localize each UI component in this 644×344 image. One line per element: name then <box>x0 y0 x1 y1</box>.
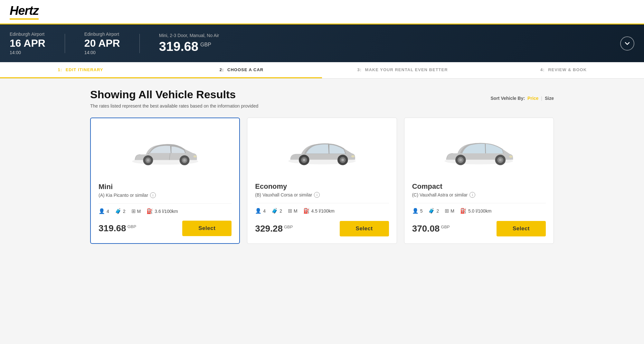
cars-grid: Mini (A) Kia Picanto or similar i 👤 4 🧳 … <box>90 118 554 244</box>
hero-banner: Edinburgh Airport 16 APR 14:00 Edinburgh… <box>0 24 644 62</box>
car-model-mini: (A) Kia Picanto or similar i <box>99 192 232 198</box>
economy-transmission: ⊞ M <box>288 208 298 214</box>
step-1[interactable]: 1: EDIT ITINERARY <box>0 62 161 78</box>
step-4-label: REVIEW & BOOK <box>548 67 587 72</box>
car-name-economy: Economy <box>255 182 389 191</box>
mini-specs: 👤 4 🧳 2 ⊞ M ⛽ 3.6 l/100km <box>99 208 232 214</box>
banner-content: Edinburgh Airport 16 APR 14:00 Edinburgh… <box>10 32 620 55</box>
car-card-mini: Mini (A) Kia Picanto or similar i 👤 4 🧳 … <box>90 118 240 244</box>
svg-point-4 <box>147 159 149 162</box>
svg-point-17 <box>341 158 344 161</box>
gear-icon: ⊞ <box>131 208 136 214</box>
luggage-icon: 🧳 <box>428 208 435 214</box>
step-3[interactable]: 3: MAKE YOUR RENTAL EVEN BETTER <box>322 62 483 78</box>
svg-point-18 <box>351 155 355 158</box>
person-icon: 👤 <box>255 208 261 214</box>
pickup-location: Edinburgh Airport <box>10 32 45 37</box>
car-model-compact: (C) Vauxhall Astra or similar i <box>412 192 546 198</box>
gear-icon: ⊞ <box>445 208 449 214</box>
car-card-economy: Economy (B) Vauxhall Corsa or similar i … <box>247 118 397 244</box>
step-2-num: 2: <box>220 67 224 72</box>
svg-point-7 <box>183 159 186 162</box>
mini-select-button[interactable]: Select <box>182 221 232 236</box>
step-4-num: 4: <box>540 67 545 72</box>
banner-car-desc: Mini, 2-3 Door, Manual, No Air <box>159 33 219 38</box>
svg-point-23 <box>459 158 462 161</box>
main-content: Showing All Vehicle Results Sort Vehicle… <box>80 79 564 260</box>
compact-price: 370.08GBP <box>412 224 450 234</box>
mini-price: 319.68GBP <box>99 223 136 234</box>
mini-car-svg <box>127 131 204 173</box>
banner-divider-2 <box>139 34 140 53</box>
car-model-economy: (B) Vauxhall Corsa or similar i <box>255 192 389 198</box>
pickup-info: Edinburgh Airport 16 APR 14:00 <box>10 32 45 55</box>
pickup-date: 16 APR <box>10 37 45 49</box>
gear-icon: ⊞ <box>288 208 292 214</box>
svg-point-8 <box>193 155 196 158</box>
fuel-icon: ⛽ <box>147 208 153 214</box>
mini-info-icon[interactable]: i <box>150 192 156 198</box>
compact-car-svg <box>440 130 517 172</box>
economy-car-svg <box>283 130 361 172</box>
compact-divider <box>412 203 546 203</box>
svg-point-26 <box>499 158 502 161</box>
sort-size-link[interactable]: Size <box>545 96 554 101</box>
compact-transmission: ⊞ M <box>445 208 454 214</box>
mini-fuel: ⛽ 3.6 l/100km <box>147 208 178 214</box>
sort-label: Sort Vehicle By: <box>491 96 525 101</box>
luggage-icon: 🧳 <box>271 208 278 214</box>
step-4[interactable]: 4: REVIEW & BOOK <box>483 62 644 78</box>
car-image-compact <box>412 126 546 177</box>
compact-footer: 370.08GBP Select <box>412 221 546 236</box>
hertz-logo[interactable]: Hertz <box>10 4 39 20</box>
person-icon: 👤 <box>99 208 105 214</box>
sort-divider: | <box>541 96 542 101</box>
svg-point-27 <box>509 156 513 158</box>
mini-transmission: ⊞ M <box>131 208 141 214</box>
compact-luggage: 🧳 2 <box>428 208 439 214</box>
economy-specs: 👤 4 🧳 2 ⊞ M ⛽ 4.5 l/100km <box>255 208 389 214</box>
mini-passengers: 👤 4 <box>99 208 109 214</box>
car-name-mini: Mini <box>99 183 232 191</box>
sort-price-link[interactable]: Price <box>527 96 538 101</box>
banner-price-section: Mini, 2-3 Door, Manual, No Air 319.68GBP <box>159 33 219 54</box>
economy-luggage: 🧳 2 <box>271 208 282 214</box>
economy-fuel: ⛽ 4.5 l/100km <box>303 208 335 214</box>
luggage-icon: 🧳 <box>115 208 121 214</box>
economy-passengers: 👤 4 <box>255 208 266 214</box>
economy-select-button[interactable]: Select <box>340 221 389 236</box>
car-name-compact: Compact <box>412 182 546 191</box>
results-subtitle: The rates listed represent the best avai… <box>90 103 554 109</box>
economy-info-icon[interactable]: i <box>314 192 320 198</box>
car-card-compact: Compact (C) Vauxhall Astra or similar i … <box>404 118 554 244</box>
dropoff-info: Edinburgh Airport 20 APR 14:00 <box>84 32 120 55</box>
pickup-time: 14:00 <box>10 50 45 55</box>
fuel-icon: ⛽ <box>303 208 310 214</box>
economy-price: 329.28GBP <box>255 224 293 234</box>
compact-fuel: ⛽ 5.0 l/100km <box>460 208 491 214</box>
step-1-label: EDIT ITINERARY <box>66 67 103 72</box>
person-icon: 👤 <box>412 208 419 214</box>
dropoff-date: 20 APR <box>84 37 120 49</box>
banner-chevron-button[interactable] <box>620 36 634 51</box>
dropoff-time: 14:00 <box>84 50 120 55</box>
car-image-mini <box>99 126 232 177</box>
step-3-num: 3: <box>357 67 362 72</box>
compact-info-icon[interactable]: i <box>469 192 475 198</box>
fuel-icon: ⛽ <box>460 208 467 214</box>
mini-divider <box>99 203 232 204</box>
results-title: Showing All Vehicle Results <box>90 88 236 101</box>
step-2[interactable]: 2: CHOOSE A CAR <box>161 62 322 78</box>
economy-divider <box>255 203 389 203</box>
results-header: Showing All Vehicle Results Sort Vehicle… <box>90 88 554 101</box>
step-1-num: 1: <box>58 67 62 72</box>
sort-section: Sort Vehicle By: Price | Size <box>491 96 554 101</box>
banner-divider-1 <box>65 34 65 53</box>
compact-specs: 👤 5 🧳 2 ⊞ M ⛽ 5.0 l/100km <box>412 208 546 214</box>
car-image-economy <box>255 126 389 177</box>
mini-luggage: 🧳 2 <box>115 208 126 214</box>
banner-price: 319.68GBP <box>159 39 219 54</box>
top-nav: Hertz <box>0 0 644 24</box>
compact-select-button[interactable]: Select <box>497 221 546 236</box>
step-2-label: CHOOSE A CAR <box>227 67 263 72</box>
